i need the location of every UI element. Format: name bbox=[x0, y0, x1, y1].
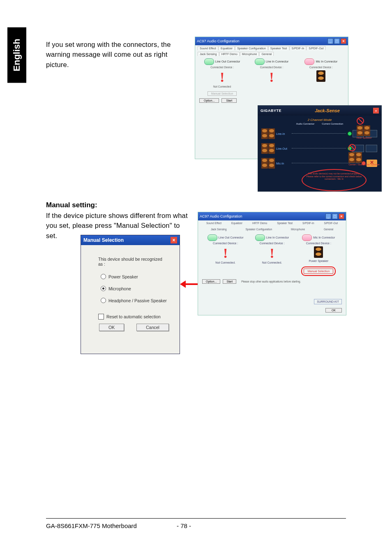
tab-row-1: Sound Effect Equalizer HRTF Demo Speaker… bbox=[198, 220, 346, 227]
callout-highlight: Manual Selection bbox=[301, 266, 336, 276]
window-titlebar[interactable]: AC97 Audio Configuration _ □ × bbox=[195, 37, 348, 45]
checkbox-icon bbox=[98, 314, 104, 320]
jack-icon bbox=[255, 234, 265, 241]
jack-icon bbox=[255, 58, 265, 65]
close-button[interactable]: × bbox=[171, 237, 177, 243]
warning-icon: ! bbox=[205, 246, 247, 260]
speaker-icon bbox=[316, 70, 325, 82]
warning-icon: ! bbox=[201, 70, 243, 84]
tab-jack-sensing[interactable]: Jack Sensing bbox=[210, 227, 228, 231]
jack-icon bbox=[204, 58, 214, 65]
warning-message: The audio device(s) may not be connected… bbox=[302, 169, 367, 191]
side-tab-english: English bbox=[7, 27, 26, 83]
ok-button[interactable]: OK bbox=[325, 308, 342, 313]
minimize-button[interactable]: _ bbox=[325, 213, 331, 219]
jack-icon bbox=[302, 234, 312, 241]
tab-speaker-config[interactable]: Speaker Configuration bbox=[235, 46, 268, 50]
checkbox-reset-auto[interactable]: Reset to automatic selection bbox=[98, 314, 167, 320]
window-title: AC97 Audio Configuration bbox=[197, 39, 240, 43]
start-button[interactable]: Start bbox=[223, 279, 236, 284]
tab-row-2: Jack Sensing Speaker Configuration Micro… bbox=[198, 227, 346, 233]
tab-speaker-test[interactable]: Speaker Test bbox=[268, 46, 289, 50]
manual-selection-dialog: Manual Selection × This device should be… bbox=[81, 235, 180, 354]
tab-hrtf[interactable]: HRTF Demo bbox=[219, 52, 240, 56]
tab-speaker-config[interactable]: HRTF Demo bbox=[251, 221, 268, 225]
option-button[interactable]: Option... bbox=[202, 279, 220, 284]
tab-sound-effect[interactable]: Sound Effect bbox=[205, 221, 223, 225]
ac97-window-warning: AC97 Audio Configuration _ □ × Sound Eff… bbox=[195, 37, 348, 159]
window-buttons: _ □ × bbox=[325, 213, 344, 219]
radio-microphone[interactable]: Microphone bbox=[101, 286, 167, 291]
window-title: AC97 Audio Configuration bbox=[200, 214, 242, 218]
tab-spdif-out[interactable]: S/PDIF-Out bbox=[323, 221, 339, 225]
intro-text: If you set wrong with the connectors, th… bbox=[46, 39, 188, 70]
jacksense-header[interactable]: GIGABYTE Jack-Sense × bbox=[258, 106, 381, 116]
maximize-button[interactable]: □ bbox=[334, 38, 340, 44]
radio-icon bbox=[101, 298, 106, 303]
tab-row-2: Jack Sensing HRTF Demo Microphone Genera… bbox=[195, 51, 348, 57]
tab-general[interactable]: General bbox=[323, 227, 334, 231]
line-out-cell: Line Out Connector Connected Device : ! … bbox=[205, 234, 247, 276]
jacksense-title: Jack-Sense bbox=[315, 108, 340, 113]
jack-icon bbox=[208, 234, 217, 241]
bottom-toolbar: Option... Start Please stop other audio … bbox=[198, 278, 346, 285]
footer-model: GA-8S661FXM-775 Motherboard bbox=[46, 522, 137, 529]
option-button[interactable]: Option... bbox=[199, 98, 219, 103]
ok-button[interactable]: OK bbox=[99, 324, 124, 331]
gigabyte-logo: GIGABYTE bbox=[261, 109, 281, 113]
close-button[interactable]: × bbox=[341, 38, 346, 44]
tab-spdif-in[interactable]: S/PDIF-In bbox=[301, 221, 316, 225]
speaker-pair-icon bbox=[261, 128, 276, 139]
footer-divider bbox=[46, 518, 346, 519]
manual-setting-heading: Manual setting: bbox=[46, 201, 97, 209]
dialog-title: Manual Selection bbox=[83, 237, 124, 243]
dialog-hint: This device should be recognized as : bbox=[98, 257, 167, 266]
right-indicators: Rear Speaker Center / Subwoofer Speaker bbox=[348, 117, 380, 166]
line-in-cell: Line In Connector Connected Device : ! N… bbox=[251, 234, 293, 276]
warning-icon: ! bbox=[250, 70, 293, 84]
tab-general[interactable]: General bbox=[259, 52, 274, 56]
jack-sense-panel: GIGABYTE Jack-Sense × 2 Channel Mode Aud… bbox=[258, 105, 382, 192]
tab-sound-effect[interactable]: Sound Effect bbox=[198, 46, 218, 50]
ac97-window-manual: AC97 Audio Configuration _ □ × Sound Eff… bbox=[198, 212, 346, 315]
prohibit-icon bbox=[357, 117, 364, 125]
mic-in-cell: Mic In Connector Connected Device : bbox=[300, 58, 342, 96]
surround-kit-button[interactable]: SURROUND-KIT bbox=[314, 299, 342, 304]
prohibit-icon bbox=[348, 144, 356, 151]
start-button[interactable]: Start bbox=[221, 98, 237, 103]
tab-speaker-config2[interactable]: Speaker Configuration bbox=[244, 227, 273, 231]
speaker-pair-icon bbox=[261, 143, 276, 154]
tab-microphone[interactable]: Microphone bbox=[240, 52, 259, 56]
radio-icon bbox=[101, 274, 106, 279]
cancel-button[interactable]: Cancel bbox=[136, 324, 169, 331]
tab-speaker-test[interactable]: Speaker Test bbox=[276, 221, 294, 225]
minimize-button[interactable]: _ bbox=[327, 38, 333, 44]
line-in-cell: Line In Connector Connected Device : ! bbox=[250, 58, 293, 96]
radio-power-speaker[interactable]: Power Speaker bbox=[101, 274, 167, 279]
manual-selection-disabled: Manual Selection bbox=[208, 91, 237, 96]
tab-spdif-out[interactable]: S/PDIF-Out bbox=[307, 46, 325, 50]
line-out-cell: Line Out Connector Connected Device : ! … bbox=[201, 58, 243, 96]
close-button[interactable]: × bbox=[339, 213, 344, 219]
window-titlebar[interactable]: AC97 Audio Configuration _ □ × bbox=[198, 212, 346, 220]
tab-equalizer[interactable]: Equalizer bbox=[230, 221, 244, 225]
close-button[interactable]: × bbox=[373, 108, 379, 114]
note-text: Please stop other audio applications bef… bbox=[241, 280, 301, 283]
jack-icon bbox=[304, 58, 314, 65]
tab-microphone[interactable]: Microphone bbox=[290, 227, 306, 231]
speaker-icon bbox=[314, 246, 323, 258]
tab-jack-sensing[interactable]: Jack Sensing bbox=[198, 52, 219, 56]
maximize-button[interactable]: □ bbox=[332, 213, 338, 219]
footer-page-number: - 78 - bbox=[177, 522, 191, 529]
dialog-titlebar[interactable]: Manual Selection × bbox=[81, 235, 180, 245]
warning-icon: ! bbox=[251, 246, 293, 260]
tab-equalizer[interactable]: Equalizer bbox=[219, 46, 235, 50]
radio-icon-selected bbox=[101, 286, 106, 291]
tab-row-1: Sound Effect Equalizer Speaker Configura… bbox=[195, 45, 348, 51]
tab-spdif-in[interactable]: S/PDIF-In bbox=[290, 46, 307, 50]
manual-selection-button[interactable]: Manual Selection bbox=[304, 269, 333, 274]
speaker-pair-icon bbox=[261, 158, 276, 169]
window-buttons: _ □ × bbox=[327, 38, 346, 44]
mic-in-cell: Mic In Connector Connected Device : Powe… bbox=[297, 234, 339, 276]
radio-headphone[interactable]: Headphone / Passive Speaker bbox=[101, 298, 167, 303]
